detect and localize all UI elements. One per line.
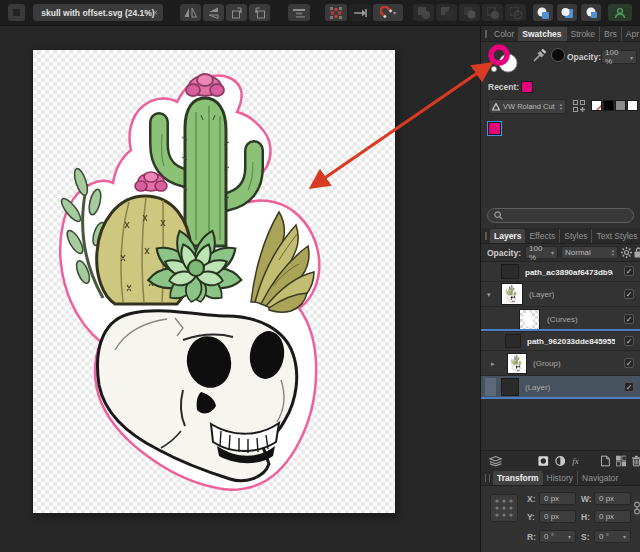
stroke-swatch-ring <box>491 47 507 63</box>
mask-layer-icon[interactable] <box>538 455 549 467</box>
link-dimensions-icon[interactable] <box>634 501 640 515</box>
rotate-ccw-button[interactable] <box>226 4 247 21</box>
adjustment-layer-icon[interactable] <box>555 455 566 467</box>
trash-icon[interactable] <box>632 455 640 467</box>
geometry-front-icon <box>585 7 598 19</box>
snapping-grid-icon <box>330 7 342 19</box>
close-tab-icon[interactable]: ✕ <box>152 9 158 17</box>
visibility-checkbox[interactable]: ✓ <box>624 336 634 346</box>
flip-horizontal-button[interactable] <box>180 4 201 21</box>
shear-dropdown[interactable]: 0 °▾ <box>594 530 631 543</box>
layers-opacity-dropdown[interactable]: 100 % ▾ <box>525 246 558 259</box>
swatch-none[interactable] <box>591 100 602 111</box>
rotate-cw-button[interactable] <box>249 4 270 21</box>
swatch-options-icon[interactable] <box>573 100 586 113</box>
layers-empty-area[interactable] <box>481 400 640 450</box>
layer-row-path1[interactable]: path_ac3890af6473db9a996 ✓ <box>481 262 640 282</box>
palette-dropdown[interactable]: VW Roland Cut Co... ▴▾ <box>488 99 566 114</box>
snapping-magnet-button[interactable]: ▾ <box>373 4 403 21</box>
collapse-triangle-icon[interactable]: ▸ <box>491 360 495 368</box>
visibility-checkbox[interactable]: ✓ <box>624 266 634 276</box>
layer-row-curves[interactable]: (Curves) ✓ <box>481 307 640 332</box>
intersect-boolean-button[interactable] <box>459 4 480 21</box>
swatches-opacity-dropdown[interactable]: 100 % ▾ <box>601 50 637 64</box>
swatch-gray[interactable] <box>615 100 626 111</box>
w-input[interactable]: 0 px <box>594 492 631 505</box>
visibility-checkbox[interactable]: ✓ <box>624 314 634 324</box>
panel-grip[interactable] <box>485 30 487 38</box>
tab-swatches[interactable]: Swatches <box>518 27 565 41</box>
artboard[interactable] <box>33 50 395 513</box>
tab-color[interactable]: Color <box>490 27 518 41</box>
eyedropper-icon[interactable] <box>533 49 546 62</box>
recent-swatch-pink[interactable] <box>521 81 533 93</box>
layer-row-layer1[interactable]: ▾ (Layer) ✓ <box>481 282 640 307</box>
anchor-point-selector[interactable] <box>490 494 518 522</box>
insert-top-button[interactable] <box>581 4 601 21</box>
tab-text-styles[interactable]: Text Styles <box>591 229 640 243</box>
insert-behind-button[interactable] <box>557 4 577 21</box>
move-by-whole-pixels-button[interactable] <box>349 4 371 21</box>
visibility-checkbox[interactable]: ✓ <box>624 358 634 368</box>
blend-stepper-icon: ▴▾ <box>612 249 614 257</box>
fx-icon[interactable]: fx <box>572 456 579 466</box>
tab-styles[interactable]: Styles <box>559 229 591 243</box>
tab-navigator[interactable]: Navigator <box>577 471 622 485</box>
layers-stack-icon[interactable] <box>489 455 502 467</box>
swatch-white[interactable] <box>627 100 638 111</box>
insert-order-button[interactable] <box>288 4 310 21</box>
rotation-dropdown[interactable]: 0 °▾ <box>539 530 576 543</box>
h-input[interactable]: 0 px <box>594 510 631 523</box>
boolean-subtract-icon <box>441 7 453 19</box>
subtract-boolean-button[interactable] <box>436 4 457 21</box>
layers-opacity-label: Opacity: <box>487 248 521 258</box>
swatch-black[interactable] <box>603 100 614 111</box>
combine-boolean-button[interactable] <box>505 4 526 21</box>
fill-stroke-selector[interactable] <box>487 44 521 76</box>
divide-boolean-button[interactable] <box>482 4 503 21</box>
tab-stroke[interactable]: Stroke <box>566 27 600 41</box>
swatch-search-input[interactable] <box>487 208 634 223</box>
magnet-icon <box>380 6 393 19</box>
stop-button[interactable] <box>8 4 25 21</box>
tab-layers[interactable]: Layers <box>490 229 525 243</box>
panel-grip[interactable] <box>485 232 487 240</box>
selected-pink-swatch[interactable] <box>488 122 501 135</box>
visibility-checkbox[interactable]: ✓ <box>624 289 634 299</box>
account-button[interactable] <box>608 4 632 21</box>
blend-mode-dropdown[interactable]: Normal ▴▾ <box>561 246 618 259</box>
swatches-panel-tabs: Color Swatches Stroke Brs Apr <box>481 26 640 42</box>
snapping-grid-button[interactable] <box>325 4 347 21</box>
tab-appearance[interactable]: Apr <box>621 27 640 41</box>
secondary-color-well[interactable] <box>551 48 565 62</box>
tab-effects[interactable]: Effects <box>525 229 559 243</box>
tab-brushes[interactable]: Brs <box>599 27 621 41</box>
new-pixel-layer-icon[interactable] <box>616 455 627 467</box>
visibility-checkbox[interactable]: ✓ <box>624 382 634 392</box>
document-tab[interactable]: skull with offset.svg (24.1%) ✕ <box>33 4 163 21</box>
gear-icon[interactable] <box>621 247 632 258</box>
y-input[interactable]: 0 px <box>539 510 576 523</box>
current-layer-indicator <box>481 329 640 331</box>
layer-row-group[interactable]: ▸ (Group) ✓ <box>481 351 640 376</box>
flip-horizontal-icon <box>184 7 197 18</box>
expand-triangle-icon[interactable]: ▾ <box>487 291 491 299</box>
tab-history[interactable]: History <box>543 471 577 485</box>
tab-transform[interactable]: Transform <box>493 471 543 485</box>
selection-accent <box>485 378 496 396</box>
order-icon <box>293 8 305 18</box>
flip-vertical-button[interactable] <box>203 4 224 21</box>
lock-icon[interactable] <box>634 247 640 258</box>
add-boolean-button[interactable] <box>413 4 434 21</box>
transform-content: X: 0 px W: 0 px Y: 0 px H: 0 px R: 0 °▾ … <box>481 486 640 552</box>
layer-row-path2[interactable]: path_962033dde845955184 ✓ <box>481 332 640 351</box>
canvas-area[interactable] <box>0 26 480 552</box>
boolean-add-icon <box>418 7 430 19</box>
panel-grip[interactable] <box>485 474 490 482</box>
insert-inside-button[interactable] <box>533 4 553 21</box>
new-layer-icon[interactable] <box>601 455 610 467</box>
recent-row: Recent: <box>481 80 640 96</box>
layer-row-layer2-selected[interactable]: (Layer) ✓ <box>481 376 640 399</box>
layers-panel-tabs: Layers Effects Styles Text Styles Stock <box>481 228 640 244</box>
x-input[interactable]: 0 px <box>539 492 576 505</box>
